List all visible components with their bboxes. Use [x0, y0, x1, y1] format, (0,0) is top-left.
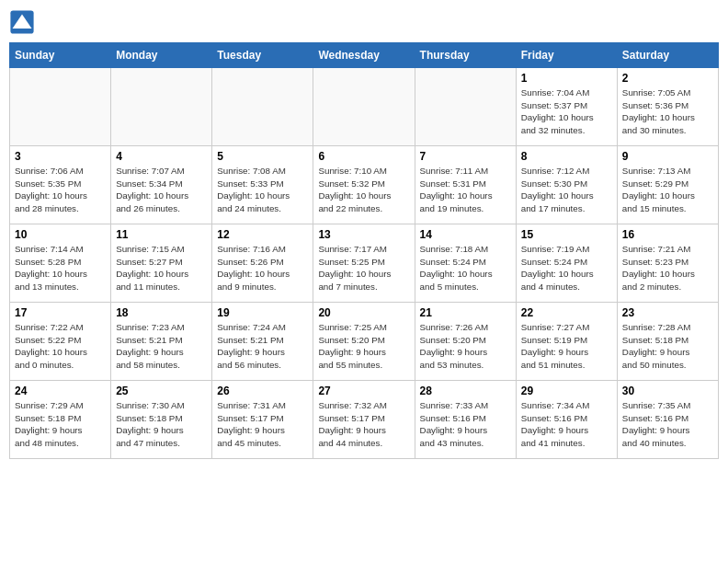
day-info: Sunrise: 7:05 AMSunset: 5:36 PMDaylight:… [622, 86, 713, 137]
day-number: 21 [420, 306, 511, 319]
logo-icon [9, 9, 35, 35]
day-number: 18 [116, 306, 207, 319]
calendar-cell: 9Sunrise: 7:13 AMSunset: 5:29 PMDaylight… [617, 146, 718, 224]
calendar-cell: 27Sunrise: 7:32 AMSunset: 5:17 PMDayligh… [313, 381, 415, 459]
calendar-cell: 8Sunrise: 7:12 AMSunset: 5:30 PMDaylight… [516, 146, 617, 224]
calendar-cell: 12Sunrise: 7:16 AMSunset: 5:26 PMDayligh… [212, 224, 313, 303]
day-info: Sunrise: 7:15 AMSunset: 5:27 PMDaylight:… [116, 243, 207, 293]
day-info: Sunrise: 7:32 AMSunset: 5:17 PMDaylight:… [318, 399, 409, 450]
day-number: 17 [15, 306, 106, 319]
day-number: 4 [116, 150, 207, 163]
day-info: Sunrise: 7:27 AMSunset: 5:19 PMDaylight:… [521, 321, 612, 372]
day-number: 10 [15, 228, 106, 241]
day-number: 16 [622, 228, 713, 241]
weekday-header-monday: Monday [111, 43, 212, 68]
day-info: Sunrise: 7:29 AMSunset: 5:18 PMDaylight:… [15, 399, 106, 450]
weekday-header-saturday: Saturday [617, 43, 718, 68]
calendar-cell: 13Sunrise: 7:17 AMSunset: 5:25 PMDayligh… [313, 224, 415, 303]
day-number: 2 [622, 72, 713, 85]
calendar-cell [313, 68, 415, 146]
day-number: 14 [420, 228, 511, 241]
day-number: 20 [318, 306, 409, 319]
day-number: 9 [622, 150, 713, 163]
calendar-cell: 23Sunrise: 7:28 AMSunset: 5:18 PMDayligh… [617, 303, 718, 381]
calendar-cell: 7Sunrise: 7:11 AMSunset: 5:31 PMDaylight… [415, 146, 516, 224]
day-info: Sunrise: 7:24 AMSunset: 5:21 PMDaylight:… [217, 321, 308, 372]
day-info: Sunrise: 7:07 AMSunset: 5:34 PMDaylight:… [116, 165, 207, 215]
day-info: Sunrise: 7:18 AMSunset: 5:24 PMDaylight:… [420, 243, 511, 293]
day-number: 28 [420, 385, 511, 397]
calendar-cell: 21Sunrise: 7:26 AMSunset: 5:20 PMDayligh… [415, 303, 516, 381]
day-info: Sunrise: 7:31 AMSunset: 5:17 PMDaylight:… [217, 399, 308, 450]
day-number: 30 [622, 385, 713, 397]
day-number: 1 [521, 72, 612, 85]
day-info: Sunrise: 7:17 AMSunset: 5:25 PMDaylight:… [318, 243, 409, 293]
calendar-cell: 20Sunrise: 7:25 AMSunset: 5:20 PMDayligh… [313, 303, 415, 381]
day-info: Sunrise: 7:10 AMSunset: 5:32 PMDaylight:… [318, 165, 409, 215]
calendar-cell: 30Sunrise: 7:35 AMSunset: 5:16 PMDayligh… [617, 381, 718, 459]
calendar-cell: 4Sunrise: 7:07 AMSunset: 5:34 PMDaylight… [111, 146, 212, 224]
logo [9, 9, 39, 35]
day-info: Sunrise: 7:08 AMSunset: 5:33 PMDaylight:… [217, 165, 308, 215]
day-number: 22 [521, 306, 612, 319]
calendar-cell [415, 68, 516, 146]
page-header [9, 9, 719, 35]
calendar-week-row: 1Sunrise: 7:04 AMSunset: 5:37 PMDaylight… [10, 68, 719, 146]
calendar-cell [212, 68, 313, 146]
weekday-header-thursday: Thursday [415, 43, 516, 68]
day-number: 12 [217, 228, 308, 241]
day-info: Sunrise: 7:13 AMSunset: 5:29 PMDaylight:… [622, 165, 713, 215]
day-info: Sunrise: 7:14 AMSunset: 5:28 PMDaylight:… [15, 243, 106, 293]
day-number: 23 [622, 306, 713, 319]
calendar-cell: 10Sunrise: 7:14 AMSunset: 5:28 PMDayligh… [10, 224, 111, 303]
calendar-cell: 3Sunrise: 7:06 AMSunset: 5:35 PMDaylight… [10, 146, 111, 224]
calendar-body: 1Sunrise: 7:04 AMSunset: 5:37 PMDaylight… [10, 68, 719, 459]
calendar-header: SundayMondayTuesdayWednesdayThursdayFrid… [10, 43, 719, 68]
weekday-header-row: SundayMondayTuesdayWednesdayThursdayFrid… [10, 43, 719, 68]
day-info: Sunrise: 7:30 AMSunset: 5:18 PMDaylight:… [116, 399, 207, 450]
calendar-cell: 28Sunrise: 7:33 AMSunset: 5:16 PMDayligh… [415, 381, 516, 459]
day-info: Sunrise: 7:23 AMSunset: 5:21 PMDaylight:… [116, 321, 207, 372]
weekday-header-sunday: Sunday [10, 43, 111, 68]
calendar-week-row: 24Sunrise: 7:29 AMSunset: 5:18 PMDayligh… [10, 381, 719, 459]
day-number: 13 [318, 228, 409, 241]
day-number: 19 [217, 306, 308, 319]
day-number: 8 [521, 150, 612, 163]
calendar-cell: 29Sunrise: 7:34 AMSunset: 5:16 PMDayligh… [516, 381, 617, 459]
day-number: 3 [15, 150, 106, 163]
day-number: 5 [217, 150, 308, 163]
day-info: Sunrise: 7:22 AMSunset: 5:22 PMDaylight:… [15, 321, 106, 372]
day-number: 11 [116, 228, 207, 241]
day-info: Sunrise: 7:28 AMSunset: 5:18 PMDaylight:… [622, 321, 713, 372]
day-info: Sunrise: 7:33 AMSunset: 5:16 PMDaylight:… [420, 399, 511, 450]
day-number: 26 [217, 385, 308, 397]
calendar-cell: 6Sunrise: 7:10 AMSunset: 5:32 PMDaylight… [313, 146, 415, 224]
calendar-week-row: 17Sunrise: 7:22 AMSunset: 5:22 PMDayligh… [10, 303, 719, 381]
weekday-header-friday: Friday [516, 43, 617, 68]
calendar-cell: 24Sunrise: 7:29 AMSunset: 5:18 PMDayligh… [10, 381, 111, 459]
day-info: Sunrise: 7:16 AMSunset: 5:26 PMDaylight:… [217, 243, 308, 293]
weekday-header-wednesday: Wednesday [313, 43, 415, 68]
day-info: Sunrise: 7:12 AMSunset: 5:30 PMDaylight:… [521, 165, 612, 215]
day-number: 6 [318, 150, 409, 163]
day-info: Sunrise: 7:35 AMSunset: 5:16 PMDaylight:… [622, 399, 713, 450]
day-info: Sunrise: 7:34 AMSunset: 5:16 PMDaylight:… [521, 399, 612, 450]
calendar-cell: 1Sunrise: 7:04 AMSunset: 5:37 PMDaylight… [516, 68, 617, 146]
calendar-cell: 16Sunrise: 7:21 AMSunset: 5:23 PMDayligh… [617, 224, 718, 303]
day-info: Sunrise: 7:11 AMSunset: 5:31 PMDaylight:… [420, 165, 511, 215]
day-info: Sunrise: 7:25 AMSunset: 5:20 PMDaylight:… [318, 321, 409, 372]
day-number: 24 [15, 385, 106, 397]
calendar-week-row: 3Sunrise: 7:06 AMSunset: 5:35 PMDaylight… [10, 146, 719, 224]
calendar-cell: 22Sunrise: 7:27 AMSunset: 5:19 PMDayligh… [516, 303, 617, 381]
calendar-cell: 2Sunrise: 7:05 AMSunset: 5:36 PMDaylight… [617, 68, 718, 146]
calendar-cell: 5Sunrise: 7:08 AMSunset: 5:33 PMDaylight… [212, 146, 313, 224]
day-number: 15 [521, 228, 612, 241]
day-number: 27 [318, 385, 409, 397]
calendar-cell: 25Sunrise: 7:30 AMSunset: 5:18 PMDayligh… [111, 381, 212, 459]
day-info: Sunrise: 7:21 AMSunset: 5:23 PMDaylight:… [622, 243, 713, 293]
day-info: Sunrise: 7:04 AMSunset: 5:37 PMDaylight:… [521, 86, 612, 137]
calendar-cell: 15Sunrise: 7:19 AMSunset: 5:24 PMDayligh… [516, 224, 617, 303]
day-number: 29 [521, 385, 612, 397]
calendar-table: SundayMondayTuesdayWednesdayThursdayFrid… [9, 42, 719, 459]
weekday-header-tuesday: Tuesday [212, 43, 313, 68]
